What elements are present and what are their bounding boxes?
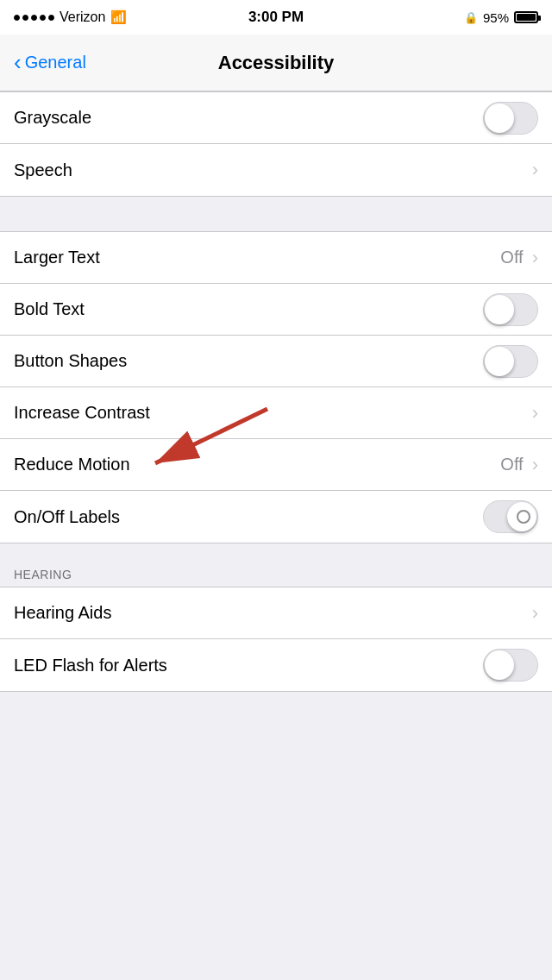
button-shapes-right bbox=[483, 345, 538, 378]
signal-dots bbox=[14, 15, 54, 21]
button-shapes-label: Button Shapes bbox=[14, 351, 127, 371]
row-onoff-labels[interactable]: On/Off Labels bbox=[0, 491, 552, 543]
reduce-motion-label: Reduce Motion bbox=[14, 455, 130, 474]
grayscale-label: Grayscale bbox=[14, 108, 91, 128]
row-button-shapes[interactable]: Button Shapes bbox=[0, 336, 552, 387]
onoff-label-circle bbox=[517, 510, 530, 524]
onoff-labels-right bbox=[483, 500, 538, 533]
onoff-labels-toggle[interactable] bbox=[483, 500, 538, 533]
larger-text-value: Off bbox=[500, 248, 523, 267]
nav-bar: ‹ General Accessibility bbox=[0, 35, 552, 91]
bold-text-toggle[interactable] bbox=[483, 293, 538, 326]
section-text: Larger Text Off › Bold Text Button Shape… bbox=[0, 231, 552, 543]
row-reduce-motion[interactable]: Reduce Motion Off › bbox=[0, 439, 552, 491]
led-flash-toggle-thumb bbox=[485, 650, 514, 680]
wifi-icon: 📶 bbox=[110, 9, 127, 25]
larger-text-chevron-icon: › bbox=[532, 248, 538, 267]
status-bar-right: 🔒 95% bbox=[464, 10, 538, 25]
reduce-motion-value: Off bbox=[500, 455, 523, 474]
speech-label: Speech bbox=[14, 160, 72, 180]
row-larger-text[interactable]: Larger Text Off › bbox=[0, 232, 552, 284]
status-bar-left: Verizon 📶 bbox=[14, 9, 127, 25]
grayscale-toggle-thumb bbox=[485, 104, 514, 133]
back-chevron-icon: ‹ bbox=[14, 51, 22, 73]
section-vision: Grayscale Speech › bbox=[0, 91, 552, 197]
increase-contrast-label: Increase Contrast bbox=[14, 403, 150, 423]
carrier-label: Verizon bbox=[60, 9, 105, 25]
bold-text-right bbox=[483, 293, 538, 326]
battery-fill bbox=[517, 14, 536, 21]
row-increase-contrast[interactable]: Increase Contrast › bbox=[0, 387, 552, 439]
hearing-section-header: HEARING bbox=[0, 568, 85, 581]
larger-text-label: Larger Text bbox=[14, 248, 100, 267]
status-bar-time: 3:00 PM bbox=[248, 9, 304, 26]
spacer-2: HEARING bbox=[0, 543, 552, 587]
row-led-flash[interactable]: LED Flash for Alerts bbox=[0, 639, 552, 691]
section-hearing: Hearing Aids › LED Flash for Alerts bbox=[0, 587, 552, 692]
reduce-motion-right: Off › bbox=[500, 455, 538, 474]
led-flash-label: LED Flash for Alerts bbox=[14, 656, 167, 675]
back-button[interactable]: ‹ General bbox=[14, 53, 86, 73]
back-label: General bbox=[25, 53, 86, 72]
larger-text-right: Off › bbox=[500, 248, 538, 267]
speech-right: › bbox=[532, 160, 538, 179]
led-flash-right bbox=[483, 649, 538, 682]
reduce-motion-chevron-icon: › bbox=[532, 455, 538, 474]
battery-percent: 95% bbox=[483, 10, 509, 25]
page-title: Accessibility bbox=[218, 52, 335, 74]
increase-contrast-right: › bbox=[532, 404, 538, 423]
button-shapes-toggle[interactable] bbox=[483, 345, 538, 378]
bold-text-label: Bold Text bbox=[14, 299, 85, 319]
hearing-aids-label: Hearing Aids bbox=[14, 603, 111, 623]
row-speech[interactable]: Speech › bbox=[0, 144, 552, 196]
status-bar: Verizon 📶 3:00 PM 🔒 95% bbox=[0, 0, 552, 35]
speech-chevron-icon: › bbox=[532, 160, 538, 179]
row-grayscale[interactable]: Grayscale bbox=[0, 92, 552, 144]
button-shapes-toggle-thumb bbox=[485, 347, 514, 376]
led-flash-toggle[interactable] bbox=[483, 649, 538, 682]
onoff-labels-label: On/Off Labels bbox=[14, 507, 120, 527]
row-bold-text[interactable]: Bold Text bbox=[0, 284, 552, 336]
grayscale-toggle[interactable] bbox=[483, 102, 538, 135]
row-hearing-aids[interactable]: Hearing Aids › bbox=[0, 587, 552, 639]
battery-icon bbox=[514, 11, 538, 23]
hearing-aids-chevron-icon: › bbox=[532, 604, 538, 623]
spacer-1 bbox=[0, 197, 552, 231]
hearing-aids-right: › bbox=[532, 604, 538, 623]
increase-contrast-chevron-icon: › bbox=[532, 404, 538, 423]
bold-text-toggle-thumb bbox=[485, 295, 514, 324]
grayscale-right bbox=[483, 102, 538, 135]
lock-icon: 🔒 bbox=[464, 11, 478, 24]
